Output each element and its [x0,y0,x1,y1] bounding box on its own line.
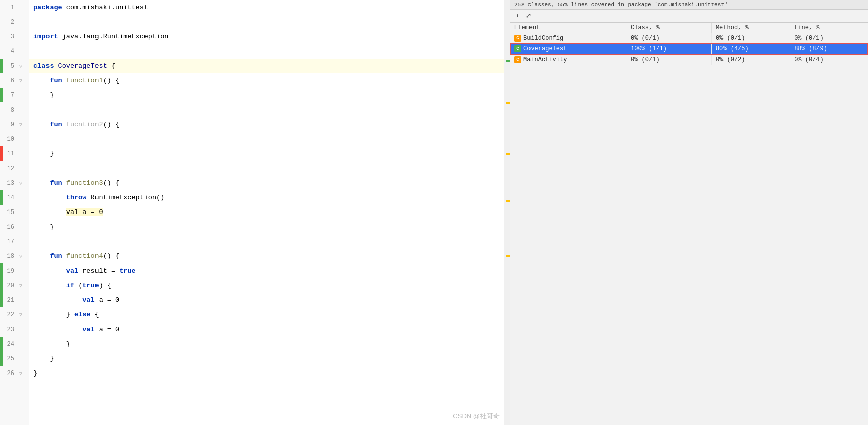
fold-button[interactable]: ▽ [17,121,24,128]
table-row[interactable]: CMainActivity0% (0/1)0% (0/2)0% (0/4) [510,55,868,65]
token: val [82,326,99,333]
fold-button [17,150,24,157]
line-number: 19 [3,268,17,275]
coverage-table-container: Element Class, % Method, % Line, % CBuil… [510,23,868,425]
coverage-summary-bar: 25% classes, 55% lines covered in packag… [510,0,868,10]
class-icon: C [514,45,521,52]
fold-button [17,136,24,143]
code-line: throw RuntimeException() [29,190,504,205]
token [33,194,66,201]
gutter-row: 18▽ [0,249,29,263]
token: } [33,150,54,157]
gutter-row: 6▽ [0,73,29,88]
token [33,326,82,333]
token: fun [50,121,66,128]
code-line [29,102,504,117]
code-line: fun function3() { [29,176,504,190]
fold-button[interactable]: ▽ [17,253,24,260]
code-area: package com.mishaki.unittest import java… [29,0,504,425]
export-icon[interactable]: ⬆ [512,11,522,21]
expand-icon[interactable]: ⤢ [523,11,534,21]
line-gutter: 12345▽6▽789▽10111213▽1415161718▽1920▽212… [0,0,29,425]
code-line: } [29,337,504,351]
editor-scrollbar[interactable] [504,0,510,425]
fold-button [17,355,24,362]
code-line: val a = 0 [29,205,504,220]
code-line: val a = 0 [29,322,504,337]
line-number: 23 [3,326,17,333]
gutter-row: 5▽ [0,59,29,73]
fold-button[interactable]: ▽ [17,370,24,377]
scroll-marker [506,60,510,62]
code-line [29,15,504,29]
gutter-row: 22▽ [0,307,29,322]
line-number: 4 [3,48,17,55]
line-number: 13 [3,180,17,187]
token: { [95,311,99,318]
code-line [29,161,504,176]
line-number: 3 [3,33,17,40]
fold-button [17,224,24,231]
gutter-row: 25 [0,351,29,366]
element-label: CBuildConfig [514,35,622,42]
fold-button[interactable]: ▽ [17,311,24,318]
gutter-row: 7 [0,88,29,102]
line-pct: 88% (8/9) [790,44,868,55]
fold-button [17,33,24,40]
watermark: CSDN @社哥奇 [453,412,500,421]
fold-button [17,4,24,11]
gutter-row: 26▽ [0,366,29,381]
token: } [33,340,70,348]
fold-button[interactable]: ▽ [17,63,24,70]
table-row[interactable]: CCoverageTest100% (1/1)80% (4/5)88% (8/9… [510,44,868,55]
fold-button[interactable]: ▽ [17,180,24,187]
scroll-marker [506,153,510,155]
token: a = 0 [99,296,120,304]
col-element: Element [510,23,626,33]
line-pct: 0% (0/1) [790,33,868,44]
code-line [29,44,504,59]
gutter-row: 9▽ [0,117,29,132]
fold-button[interactable]: ▽ [17,77,24,84]
token: { [111,62,115,70]
line-number: 22 [3,311,17,318]
code-line: } [29,146,504,161]
scroll-marker [506,102,510,104]
token: result = [82,267,119,275]
token: CoverageTest [58,62,111,70]
element-name: BuildConfig [523,35,563,42]
col-method: Method, % [711,23,790,33]
fold-button [17,165,24,172]
coverage-header: 25% classes, 55% lines covered in packag… [510,0,868,23]
gutter-row: 12 [0,161,29,176]
code-line: } [29,220,504,234]
token: () { [103,77,119,84]
fold-button[interactable]: ▽ [17,282,24,289]
class-icon: C [514,35,521,42]
token: throw [66,194,91,201]
coverage-toolbar: ⬆ ⤢ [510,10,868,23]
line-number: 11 [3,150,17,157]
token [33,208,66,216]
line-number: 26 [3,370,17,377]
class-pct: 0% (0/1) [626,33,711,44]
scroll-marker [506,200,510,202]
line-number: 15 [3,209,17,216]
line-number: 9 [3,121,17,128]
token: package [33,4,66,11]
line-number: 8 [3,107,17,114]
scroll-markers [504,0,510,425]
table-row[interactable]: CBuildConfig0% (0/1)0% (0/1)0% (0/1) [510,33,868,44]
code-line: } else { [29,307,504,322]
gutter-row: 14 [0,190,29,205]
editor-panel: 12345▽6▽789▽10111213▽1415161718▽1920▽212… [0,0,510,425]
code-line: import java.lang.RuntimeException [29,29,504,44]
gutter-row: 21 [0,293,29,307]
gutter-row: 19 [0,263,29,278]
code-lines: package com.mishaki.unittest import java… [29,0,504,381]
token: else [74,311,95,318]
token: fucntion2 [66,121,103,128]
line-number: 6 [3,77,17,84]
element-cell: CMainActivity [510,55,626,65]
line-number: 12 [3,165,17,172]
